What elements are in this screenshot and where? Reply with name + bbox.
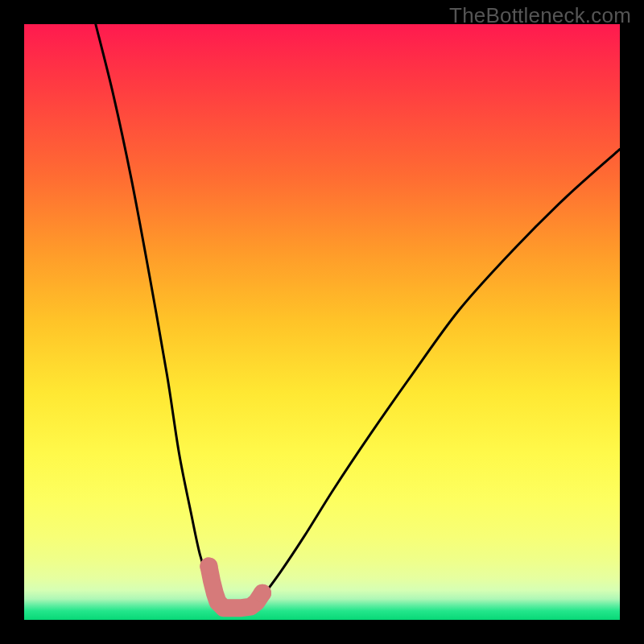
highlight-cap bbox=[254, 584, 271, 602]
curve-right-branch bbox=[250, 149, 620, 608]
plot-area bbox=[24, 24, 620, 620]
curve-left-branch bbox=[96, 24, 227, 608]
marker-cluster bbox=[200, 557, 271, 608]
highlight-cap bbox=[200, 557, 217, 575]
watermark-text: TheBottleneck.com bbox=[449, 3, 631, 28]
chart-container: TheBottleneck.com bbox=[0, 0, 644, 644]
curve-layer bbox=[24, 24, 620, 620]
highlight-stroke bbox=[208, 566, 262, 608]
